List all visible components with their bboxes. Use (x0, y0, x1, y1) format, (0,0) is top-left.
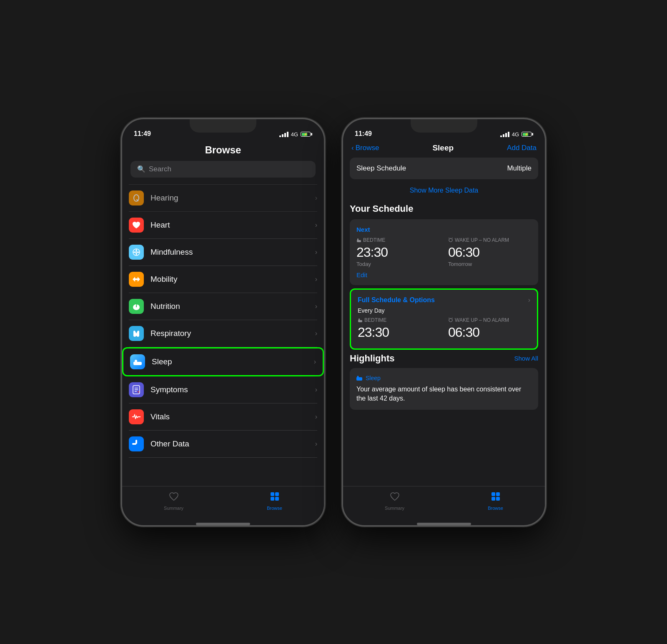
show-more-sleep-button[interactable]: Show More Sleep Data (350, 183, 538, 198)
menu-item-nutrition[interactable]: Nutrition › (129, 293, 317, 320)
heart-icon (129, 218, 144, 233)
svg-line-23 (452, 238, 453, 238)
screen-right: 11:49 4G ⚡ (343, 119, 545, 525)
battery-left: ⚡ (301, 132, 312, 137)
sleep-label: Sleep (152, 357, 307, 366)
notch-right (411, 119, 477, 133)
sleep-page-title: Sleep (432, 143, 454, 153)
every-day-label: Every Day (358, 307, 530, 314)
menu-item-other-data[interactable]: Other Data › (129, 431, 317, 458)
tab-browse-left[interactable]: Browse (267, 491, 282, 511)
signal-label-left: 4G (291, 131, 298, 138)
full-bedtime-col: BEDTIME 23:30 (358, 317, 440, 340)
summary-label-left: Summary (164, 506, 183, 511)
sleep-detail-content: Sleep Schedule Multiple Show More Sleep … (343, 158, 545, 486)
menu-item-mobility[interactable]: Mobility › (129, 266, 317, 293)
svg-rect-5 (135, 360, 137, 363)
right-phone: 11:49 4G ⚡ (342, 118, 546, 526)
mobility-chevron: › (315, 276, 317, 283)
wakeup-day: Tomorrow (448, 261, 532, 267)
full-wakeup-value: 06:30 (448, 325, 530, 340)
menu-item-respiratory[interactable]: Respiratory › (129, 320, 317, 347)
svg-rect-19 (357, 238, 359, 241)
mindfulness-label: Mindfulness (150, 248, 308, 257)
respiratory-chevron: › (315, 330, 317, 337)
browse-icon-left (270, 491, 280, 504)
menu-list: Hearing › Heart › (122, 184, 324, 486)
other-data-icon (129, 436, 144, 451)
menu-item-hearing[interactable]: Hearing › (129, 184, 317, 212)
search-placeholder: Search (149, 165, 171, 173)
full-schedule-card[interactable]: Full Schedule & Options › Every Day BEDT… (350, 288, 538, 350)
respiratory-label: Respiratory (150, 329, 308, 338)
status-icons-left: 4G ⚡ (279, 131, 312, 138)
svg-rect-16 (275, 497, 279, 501)
your-schedule-title: Your Schedule (350, 203, 538, 214)
full-schedule-times: BEDTIME 23:30 WAKE UP – NO ALARM 06:30 (358, 317, 530, 340)
nutrition-chevron: › (315, 303, 317, 310)
home-indicator-right (417, 523, 471, 525)
signal-bars-right (500, 132, 509, 137)
bedtime-col: BEDTIME 23:30 Today (356, 237, 440, 267)
status-time-left: 11:49 (134, 130, 151, 138)
screen-left: 11:49 4G ⚡ (122, 119, 324, 525)
full-schedule-title: Full Schedule & Options (358, 296, 435, 304)
signal-bars-left (279, 132, 288, 137)
full-bedtime-value: 23:30 (358, 325, 440, 340)
browse-label-right: Browse (488, 506, 503, 511)
menu-item-heart[interactable]: Heart › (129, 212, 317, 239)
schedule-row: Sleep Schedule Multiple (356, 164, 532, 173)
svg-rect-37 (496, 497, 500, 501)
battery-right: ⚡ (522, 132, 533, 137)
browse-header: Browse 🔍 Search (122, 140, 324, 184)
highlights-text: Your average amount of sleep has been co… (356, 385, 532, 403)
vitals-label: Vitals (150, 412, 308, 421)
tab-summary-left[interactable]: Summary (164, 491, 183, 511)
svg-rect-14 (275, 492, 279, 496)
heart-chevron: › (315, 221, 317, 229)
search-bar[interactable]: 🔍 Search (130, 161, 316, 178)
svg-rect-13 (271, 492, 274, 496)
svg-line-22 (449, 238, 449, 238)
mindfulness-chevron: › (315, 248, 317, 256)
bedtime-value: 23:30 (356, 245, 440, 260)
other-data-chevron: › (315, 440, 317, 448)
bedtime-day: Today (356, 261, 440, 267)
right-screen-content: ‹ Browse Sleep Add Data Sleep Schedule M… (343, 140, 545, 525)
left-screen-content: Browse 🔍 Search Hearing › (122, 140, 324, 525)
summary-icon-left (169, 491, 179, 504)
symptoms-chevron: › (315, 386, 317, 393)
svg-line-29 (449, 318, 449, 318)
show-all-button[interactable]: Show All (514, 355, 538, 362)
tab-summary-right[interactable]: Summary (385, 491, 404, 511)
menu-item-mindfulness[interactable]: Mindfulness › (129, 239, 317, 266)
menu-item-vitals[interactable]: Vitals › (129, 403, 317, 431)
wakeup-sublabel: WAKE UP – NO ALARM (448, 237, 532, 243)
heart-label: Heart (150, 221, 308, 230)
left-phone: 11:49 4G ⚡ (121, 118, 325, 526)
back-chevron-icon: ‹ (351, 144, 354, 152)
tab-browse-right[interactable]: Browse (488, 491, 503, 511)
hearing-chevron: › (315, 194, 317, 202)
svg-point-10 (138, 391, 139, 392)
tab-bar-right: Summary Browse (343, 486, 545, 519)
svg-rect-33 (357, 376, 359, 378)
symptoms-label: Symptoms (150, 385, 308, 394)
sleep-nav: ‹ Browse Sleep Add Data (343, 140, 545, 158)
menu-item-symptoms[interactable]: Symptoms › (129, 376, 317, 403)
highlights-header: Highlights Show All (350, 353, 538, 364)
menu-item-sleep[interactable]: Sleep › (122, 347, 324, 376)
svg-rect-26 (359, 318, 360, 321)
next-label: Next (356, 226, 532, 233)
back-button[interactable]: ‹ Browse (351, 144, 379, 152)
highlights-card: Sleep Your average amount of sleep has b… (350, 368, 538, 410)
highlights-title: Highlights (350, 353, 395, 364)
phones-container: 11:49 4G ⚡ (121, 118, 546, 526)
mobility-icon (129, 272, 144, 287)
sleep-schedule-card: Sleep Schedule Multiple (350, 158, 538, 179)
add-data-button[interactable]: Add Data (507, 144, 537, 152)
schedule-times: BEDTIME 23:30 Today WAKE UP – NO ALARM (356, 237, 532, 267)
summary-label-right: Summary (385, 506, 404, 511)
tab-bar-left: Summary Browse (122, 486, 324, 519)
edit-button[interactable]: Edit (356, 271, 532, 278)
